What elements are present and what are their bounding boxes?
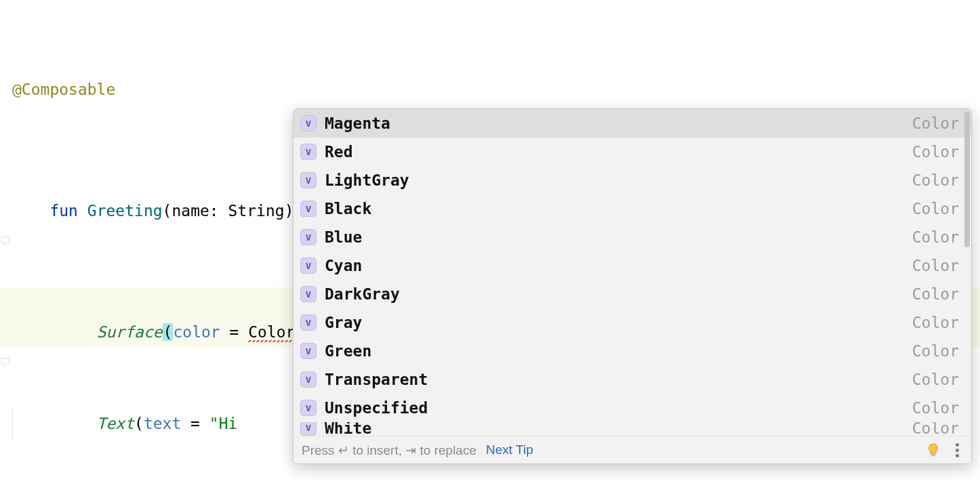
completion-item-type: Color <box>912 171 959 189</box>
value-badge-icon: v <box>300 257 317 274</box>
more-options-icon[interactable] <box>951 443 963 457</box>
gutter-marker-icon[interactable] <box>0 297 11 308</box>
code-line: @Composable <box>0 75 980 105</box>
completion-item-type: Color <box>912 143 959 161</box>
completion-item-type: Color <box>912 314 959 331</box>
completion-list[interactable]: vMagentaColorvRedColorvLightGrayColorvBl… <box>293 109 971 436</box>
value-badge-icon: v <box>300 422 317 436</box>
completion-item-type: Color <box>912 228 959 246</box>
completion-item-label: Magenta <box>325 115 912 132</box>
completion-item[interactable]: vDarkGrayColor <box>293 280 971 308</box>
completion-item-label: Black <box>325 200 912 218</box>
completion-item-type: Color <box>912 285 959 303</box>
string-literal: "Hi <box>209 415 238 432</box>
completion-item[interactable]: vUnspecifiedColor <box>293 394 971 422</box>
completion-item-label: Transparent <box>325 371 912 388</box>
completion-item[interactable]: vBlackColor <box>293 194 971 223</box>
error-underline: Color <box>248 323 295 341</box>
value-badge-icon: v <box>300 115 317 131</box>
value-badge-icon: v <box>300 144 317 160</box>
value-badge-icon: v <box>300 286 317 302</box>
scrollbar-thumb[interactable] <box>964 112 970 247</box>
completion-item-label: Gray <box>325 314 912 331</box>
completion-item-type: Color <box>912 257 959 274</box>
function-name: Greeting <box>87 202 163 220</box>
footer-hint: Press ↵ to insert, ⇥ to replace <box>302 442 476 458</box>
arg-text: text <box>144 415 181 432</box>
completion-item-type: Color <box>912 115 959 132</box>
completion-item-label: Cyan <box>325 257 912 274</box>
tab-key-icon: ⇥ <box>405 443 416 457</box>
svg-rect-0 <box>931 455 935 457</box>
completion-item[interactable]: vGreenColor <box>293 337 971 365</box>
call-text: Text <box>97 415 134 432</box>
completion-item-type: Color <box>912 422 959 436</box>
value-badge-icon: v <box>300 172 317 188</box>
completion-item-type: Color <box>912 342 959 360</box>
completion-item[interactable]: vLightGrayColor <box>293 166 971 194</box>
value-badge-icon: v <box>300 229 317 245</box>
value-badge-icon: v <box>300 371 317 388</box>
call-surface: Surface <box>97 323 163 341</box>
value-badge-icon: v <box>300 314 317 331</box>
arg-color: color <box>173 323 220 341</box>
next-tip-link[interactable]: Next Tip <box>486 442 533 457</box>
completion-item-label: White <box>325 422 912 436</box>
scrollbar[interactable] <box>964 112 970 433</box>
completion-item[interactable]: vTransparentColor <box>293 365 971 394</box>
completion-item[interactable]: vCyanColor <box>293 251 971 280</box>
completion-item[interactable]: vWhiteColor <box>293 422 971 436</box>
completion-item-label: Blue <box>325 228 912 246</box>
param-type: String <box>228 202 285 220</box>
value-badge-icon: v <box>300 201 317 217</box>
enter-key-icon: ↵ <box>338 443 349 457</box>
completion-item-label: Unspecified <box>325 399 912 417</box>
value-badge-icon: v <box>300 400 317 416</box>
completion-item[interactable]: vRedColor <box>293 138 971 166</box>
lightbulb-icon[interactable] <box>925 442 941 458</box>
param-name: name <box>171 202 209 220</box>
gutter-marker-icon[interactable] <box>0 175 11 186</box>
completion-item-label: DarkGray <box>325 285 912 303</box>
completion-item[interactable]: vBlueColor <box>293 223 971 251</box>
completion-item-type: Color <box>912 371 959 388</box>
completion-footer: Press ↵ to insert, ⇥ to replace Next Tip <box>293 436 971 463</box>
completion-item-label: Green <box>325 342 912 360</box>
bracket-match-open: ( <box>163 323 173 341</box>
completion-item-label: Red <box>325 143 912 161</box>
completion-item-type: Color <box>912 399 959 417</box>
annotation: @Composable <box>12 81 115 98</box>
completion-item[interactable]: vGrayColor <box>293 308 971 337</box>
completion-item-label: LightGray <box>325 171 912 189</box>
completion-item-type: Color <box>912 200 959 218</box>
value-badge-icon: v <box>300 343 317 359</box>
code-completion-popup[interactable]: vMagentaColorvRedColorvLightGrayColorvBl… <box>293 108 972 464</box>
completion-item[interactable]: vMagentaColor <box>293 109 971 138</box>
